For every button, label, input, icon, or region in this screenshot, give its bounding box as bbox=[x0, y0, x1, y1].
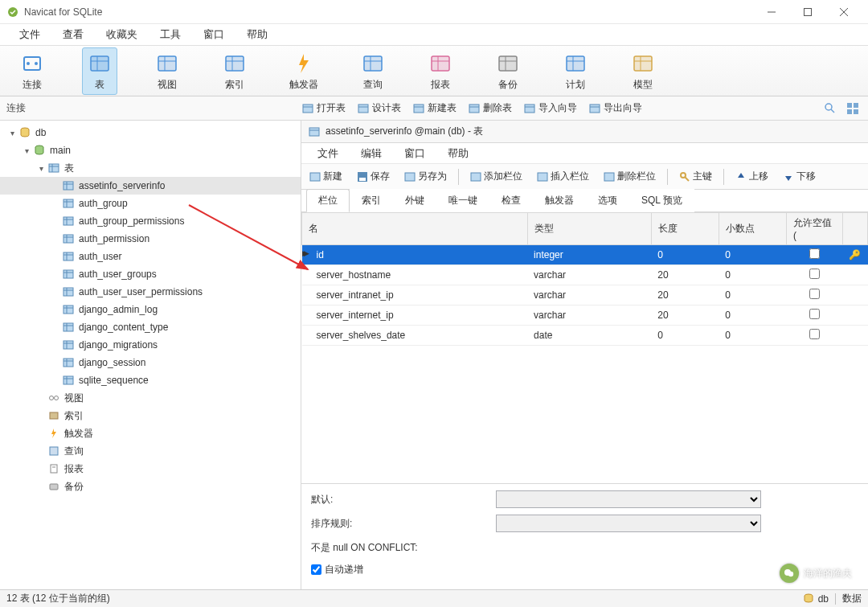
content-menu-2[interactable]: 窗口 bbox=[393, 143, 436, 164]
tree-table-auth_user_user_permissions[interactable]: auth_user_user_permissions bbox=[0, 283, 301, 301]
tool-index[interactable]: 索引 bbox=[217, 47, 252, 95]
search-icon[interactable] bbox=[823, 101, 837, 116]
save-icon bbox=[357, 171, 368, 183]
grid-view-icon[interactable] bbox=[845, 101, 860, 116]
tool-connect[interactable]: 连接 bbox=[14, 47, 50, 95]
content-tab-2[interactable]: 外键 bbox=[393, 189, 436, 212]
nullable-checkbox[interactable] bbox=[809, 248, 820, 259]
ctb-deletefield[interactable]: 删除栏位 bbox=[600, 168, 659, 185]
tree-table-auth_permission[interactable]: auth_permission bbox=[0, 230, 301, 248]
tree-table-django_content_type[interactable]: django_content_type bbox=[0, 318, 301, 336]
tree-views[interactable]: 视图 bbox=[0, 389, 301, 407]
tree-queries[interactable]: 查询 bbox=[0, 442, 301, 460]
tool-backup[interactable]: 备份 bbox=[490, 47, 526, 95]
tree-table-auth_group[interactable]: auth_group bbox=[0, 195, 301, 212]
column-row-server_hostname[interactable]: server_hostnamevarchar200 bbox=[302, 265, 868, 285]
svg-point-100 bbox=[55, 396, 59, 400]
subbar-action-3[interactable]: 删除表 bbox=[468, 101, 512, 115]
ctb-movedown[interactable]: 下移 bbox=[780, 168, 819, 185]
collation-select[interactable] bbox=[496, 515, 761, 532]
column-row-server_intranet_ip[interactable]: server_intranet_ipvarchar200 bbox=[302, 285, 868, 306]
ctb-addfield[interactable]: 添加栏位 bbox=[467, 168, 526, 185]
tree-table-auth_user_groups[interactable]: auth_user_groups bbox=[0, 265, 301, 283]
tree-table-sqlite_sequence[interactable]: sqlite_sequence bbox=[0, 371, 301, 389]
col-header-3[interactable]: 小数点 bbox=[719, 213, 786, 245]
menu-1[interactable]: 查看 bbox=[51, 24, 95, 45]
nullable-checkbox[interactable] bbox=[809, 269, 820, 279]
tree-tables-folder[interactable]: ▾表 bbox=[0, 159, 301, 177]
subbar-action-2[interactable]: 新建表 bbox=[412, 101, 457, 115]
minimize-button[interactable] bbox=[753, 0, 789, 24]
tree-reports[interactable]: 报表 bbox=[0, 460, 301, 478]
maximize-button[interactable] bbox=[789, 0, 825, 24]
content-menu-0[interactable]: 文件 bbox=[306, 143, 350, 164]
content-tab-4[interactable]: 检查 bbox=[489, 189, 533, 212]
svg-rect-75 bbox=[63, 252, 73, 260]
content-tab-7[interactable]: SQL 预览 bbox=[629, 189, 694, 212]
tree-indexes[interactable]: 索引 bbox=[0, 407, 301, 424]
table-action-icon bbox=[468, 102, 481, 115]
model-icon bbox=[630, 51, 656, 76]
col-header-0[interactable]: 名 bbox=[302, 213, 528, 245]
content-tab-6[interactable]: 选项 bbox=[586, 189, 629, 212]
col-header-2[interactable]: 长度 bbox=[651, 213, 719, 245]
column-row-server_internet_ip[interactable]: server_internet_ipvarchar200 bbox=[302, 306, 868, 326]
col-header-1[interactable]: 类型 bbox=[527, 213, 651, 245]
column-row-id[interactable]: ▶idinteger00🔑 bbox=[302, 245, 868, 265]
close-button[interactable] bbox=[825, 0, 862, 24]
tool-view[interactable]: 视图 bbox=[149, 47, 185, 95]
ctb-saveas[interactable]: 另存为 bbox=[401, 168, 450, 185]
tool-model[interactable]: 模型 bbox=[625, 47, 661, 95]
column-row-server_shelves_date[interactable]: server_shelves_datedate00 bbox=[302, 326, 868, 346]
tree-table-assetinfo_serverinfo[interactable]: assetinfo_serverinfo bbox=[0, 177, 301, 195]
svg-rect-16 bbox=[226, 56, 244, 71]
subbar-action-5[interactable]: 导出向导 bbox=[588, 101, 642, 115]
content-tab-3[interactable]: 唯一键 bbox=[436, 189, 489, 212]
ctb-new[interactable]: 新建 bbox=[306, 168, 346, 185]
table-action-icon bbox=[588, 102, 601, 115]
default-select[interactable] bbox=[496, 490, 761, 508]
tree-table-auth_group_permissions[interactable]: auth_group_permissions bbox=[0, 212, 301, 230]
connection-tree[interactable]: ▾db▾main▾表assetinfo_serverinfoauth_group… bbox=[0, 121, 301, 589]
nullable-checkbox[interactable] bbox=[809, 289, 820, 299]
menu-0[interactable]: 文件 bbox=[8, 24, 51, 45]
nullable-checkbox[interactable] bbox=[809, 329, 820, 339]
ctb-insertfield[interactable]: 插入栏位 bbox=[534, 168, 592, 185]
tree-table-django_session[interactable]: django_session bbox=[0, 354, 301, 371]
tree-backups[interactable]: 备份 bbox=[0, 478, 301, 495]
tree-table-django_migrations[interactable]: django_migrations bbox=[0, 336, 301, 354]
nullable-checkbox[interactable] bbox=[809, 309, 820, 319]
tree-table-django_admin_log[interactable]: django_admin_log bbox=[0, 301, 301, 318]
tool-plan[interactable]: 计划 bbox=[558, 47, 593, 95]
content-tab-5[interactable]: 触发器 bbox=[533, 189, 586, 212]
content-menu-1[interactable]: 编辑 bbox=[350, 143, 393, 164]
subbar-action-0[interactable]: 打开表 bbox=[301, 101, 346, 115]
ctb-save[interactable]: 保存 bbox=[354, 168, 393, 185]
content-toolbar: 新建保存另存为添加栏位插入栏位删除栏位主键上移下移 bbox=[301, 164, 868, 190]
tool-report[interactable]: 报表 bbox=[423, 47, 458, 95]
deletefield-icon bbox=[604, 171, 615, 183]
svg-point-6 bbox=[27, 62, 30, 65]
tool-table[interactable]: 表 bbox=[82, 47, 117, 95]
subbar-action-4[interactable]: 导入向导 bbox=[523, 101, 577, 115]
tool-trigger[interactable]: 触发器 bbox=[285, 47, 323, 95]
menu-5[interactable]: 帮助 bbox=[235, 24, 279, 45]
ctb-primarykey[interactable]: 主键 bbox=[676, 168, 715, 185]
autoinc-checkbox[interactable] bbox=[311, 564, 321, 575]
menu-2[interactable]: 收藏夹 bbox=[95, 24, 149, 45]
menu-3[interactable]: 工具 bbox=[149, 24, 192, 45]
content-tab-1[interactable]: 索引 bbox=[350, 189, 393, 212]
col-header-4[interactable]: 允许空值 ( bbox=[786, 213, 842, 245]
subbar-action-1[interactable]: 设计表 bbox=[357, 101, 401, 115]
tree-table-auth_user[interactable]: auth_user bbox=[0, 248, 301, 265]
content-menu-3[interactable]: 帮助 bbox=[436, 143, 480, 164]
tree-triggers[interactable]: 触发器 bbox=[0, 424, 301, 442]
tool-query[interactable]: 查询 bbox=[355, 47, 391, 95]
ctb-moveup[interactable]: 上移 bbox=[732, 168, 772, 185]
tree-db[interactable]: ▾db bbox=[0, 124, 301, 141]
content-tab-0[interactable]: 栏位 bbox=[306, 189, 350, 212]
field-properties-panel: 默认: 排序规则: 不是 null ON CONFLICT: 自动递增 bbox=[301, 483, 868, 589]
menu-4[interactable]: 窗口 bbox=[192, 24, 235, 45]
tree-schema[interactable]: ▾main bbox=[0, 141, 301, 159]
columns-table-area[interactable]: 名类型长度小数点允许空值 ( ▶idinteger00🔑server_hostn… bbox=[301, 212, 868, 483]
